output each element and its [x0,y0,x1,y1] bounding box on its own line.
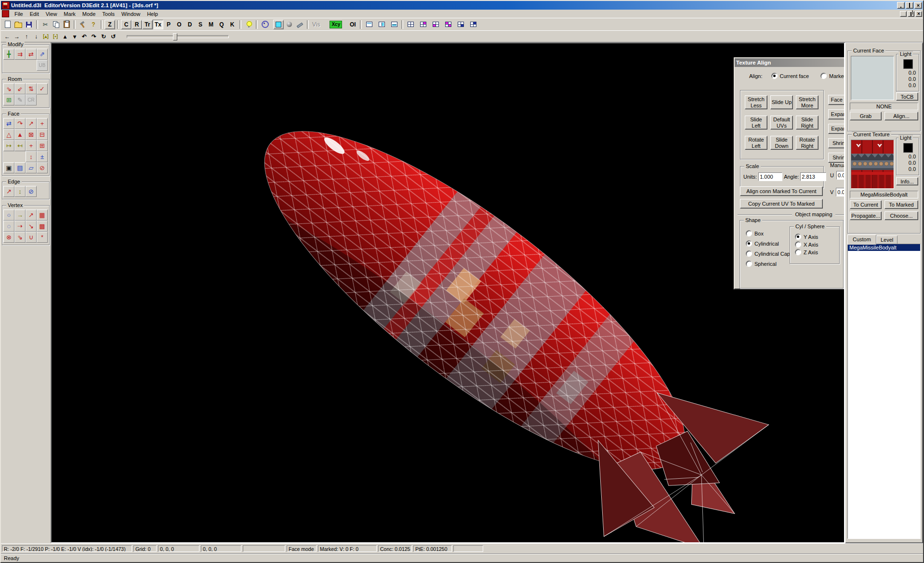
to-marked-button[interactable]: To Marked [884,200,918,209]
texture-list-item[interactable]: MegaMissileBodyalt [848,244,920,251]
slide-down-button[interactable]: Slide Down [770,136,793,150]
nudge-down-button[interactable]: ▾ [70,32,79,41]
choose-button[interactable]: Choose... [884,211,918,220]
stretch-less-button[interactable]: Stretch Less [745,95,767,109]
vertex-move-grid-button[interactable]: ↘ [26,221,37,232]
to-current-button[interactable]: To Current [850,200,882,209]
face-tri-solid-button[interactable]: ▲ [14,129,26,140]
expand-u-button[interactable]: Expand U [828,109,845,119]
u-field[interactable] [836,171,845,180]
face-map-button[interactable]: Face Map [828,95,845,105]
viewport-grid-1-button[interactable] [405,20,416,29]
face-snap-left-button[interactable]: ↤ [14,140,26,151]
viewport-grid-4-button[interactable] [443,20,453,29]
slide-right-button[interactable]: Slide Right [796,116,818,130]
oi-toggle-button[interactable]: OI [347,20,358,29]
vertex-move-button[interactable]: ↗ [26,209,37,221]
face-plusminus-button[interactable]: ± [37,151,48,162]
align-conn-button[interactable]: Align conn Marked To Current [740,186,823,196]
texture-list[interactable]: MegaMissileBodyalt [847,244,921,539]
mode-tr-button[interactable]: Tr [142,20,153,29]
face-panel-button[interactable]: ▤ [14,162,26,173]
rotate-right-button[interactable]: Rotate Right [796,136,818,150]
lighting-toggle-button[interactable] [243,20,254,29]
xcy-toggle-button[interactable]: Xcy [328,20,343,29]
tab-custom[interactable]: Custom [847,235,876,245]
mode-m-button[interactable]: M [206,20,216,29]
modify-swap-button[interactable]: ⇄ [26,49,37,60]
edge-split-button[interactable]: ↕ [14,186,26,197]
angle-field[interactable] [800,172,826,181]
close-button[interactable]: × [914,2,922,9]
shrink-v-button[interactable]: Shrink V [828,153,845,163]
expand-v-button[interactable]: Expand V [828,124,845,134]
face-merge-button[interactable]: ⊟ [37,129,48,140]
face-rotate-button[interactable]: ↷ [14,118,26,129]
menu-tools[interactable]: Tools [99,11,118,17]
minimize-button[interactable] [897,2,905,9]
shape-radio-cylindrical-cap[interactable]: Cylindrical Cap [746,250,792,257]
room-verify-button[interactable]: ✓ [37,83,48,94]
center-toggle-button[interactable] [260,20,270,29]
zoom-slider[interactable] [127,35,229,38]
face-swap-button[interactable]: ⇄ [3,118,14,129]
modify-center-button[interactable]: ╋ [3,49,14,60]
vertex-snap-grid-button[interactable]: ▩ [37,221,48,232]
undo-button[interactable]: ↶ [79,32,89,41]
current-face-view-button[interactable] [273,20,284,29]
mode-s-button[interactable]: S [195,20,206,29]
dialog-title-bar[interactable]: Texture Align × [735,58,845,67]
units-field[interactable] [758,172,782,181]
slide-up-button[interactable]: Slide Up [770,95,793,109]
nudge-up-button[interactable]: ▴ [60,32,70,41]
rotate-left-button[interactable]: Rotate Left [745,136,767,150]
menu-edit[interactable]: Edit [26,11,42,17]
face-mirror-button[interactable]: ▣ [3,162,14,173]
mode-tx-button[interactable]: Tx [153,20,163,29]
layout-vertical-split-button[interactable] [376,20,387,29]
face-stretch-button[interactable]: ↕ [26,151,37,162]
vertex-weld-button[interactable]: ∪ [26,232,37,243]
move-up-button[interactable]: ↑ [22,32,31,41]
edge-up-button[interactable]: ↗ [3,186,14,197]
shape-radio-cylindrical[interactable]: Cylindrical [746,240,792,247]
vertex-delete-button[interactable]: ⊗ [3,232,14,243]
build-tool-button[interactable] [78,20,88,29]
layout-horizontal-split-button[interactable] [389,20,399,29]
menu-mode[interactable]: Mode [79,11,99,17]
pipe-view-button[interactable] [294,20,305,29]
mdi-minimize-button[interactable] [900,11,907,17]
modify-extrude-button[interactable]: ⇉ [14,49,26,60]
menu-help[interactable]: Help [144,11,161,17]
bracket-expand-button[interactable]: [▴] [41,32,51,41]
modify-bend-button[interactable]: ⇗ [37,49,48,60]
vertex-select-grid-button[interactable]: ◌ [3,221,14,232]
sphere-view-button[interactable] [284,20,294,29]
mode-q-button[interactable]: Q [216,20,227,29]
menu-file[interactable]: File [11,11,26,17]
stretch-more-button[interactable]: Stretch More [796,95,818,109]
rotate-ccw-button[interactable]: ↺ [108,32,118,41]
face-skew-button[interactable]: ▱ [26,162,37,173]
vertex-collapse-button[interactable]: ⇘ [14,232,26,243]
room-detach-button[interactable]: ⇙ [14,83,26,94]
default-uvs-button[interactable]: Default UVs [770,116,793,130]
cyl-radio-z-axis[interactable]: Z Axis [795,249,839,255]
mode-c-button[interactable]: C [121,20,132,29]
slide-left-button[interactable]: Slide Left [745,116,767,130]
face-tri-open-button[interactable]: △ [3,129,14,140]
mdi-restore-button[interactable] [908,11,914,17]
mode-p-button[interactable]: P [163,20,174,29]
vertex-grid-button[interactable]: ▦ [37,209,48,221]
move-down-button[interactable]: ↓ [31,32,41,41]
menu-view[interactable]: View [42,11,61,17]
vertex-slide-grid-button[interactable]: ⇢ [14,221,26,232]
move-right-button[interactable]: → [12,32,22,41]
shape-radio-box[interactable]: Box [746,230,792,236]
tocb-button[interactable]: ToCB [896,92,918,101]
mode-r-button[interactable]: R [132,20,142,29]
room-swap-button[interactable]: ⇅ [26,83,37,94]
grab-button[interactable]: Grab [850,112,882,120]
mode-d-button[interactable]: D [185,20,195,29]
shrink-u-button[interactable]: Shrink U [828,138,845,148]
